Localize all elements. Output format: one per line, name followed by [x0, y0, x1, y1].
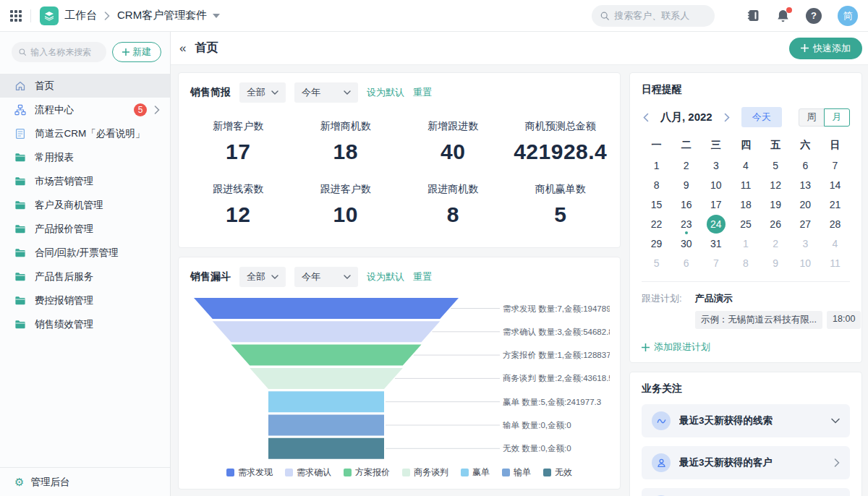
- funnel-scope-select[interactable]: 全部: [239, 267, 286, 287]
- calendar-day[interactable]: 26: [761, 214, 791, 234]
- calendar-day[interactable]: 18: [731, 194, 760, 214]
- sidebar-item[interactable]: 流程中心5: [0, 98, 170, 121]
- calendar-day[interactable]: 22: [642, 214, 671, 234]
- workspace-label[interactable]: 工作台: [64, 9, 97, 22]
- calendar-day[interactable]: 31: [701, 234, 731, 253]
- contacts-book-icon[interactable]: [746, 9, 760, 22]
- legend-item[interactable]: 需求发现: [226, 466, 273, 479]
- sidebar-item[interactable]: 费控报销管理: [0, 288, 170, 312]
- apps-grid-icon[interactable]: [10, 10, 22, 22]
- next-month-icon[interactable]: [723, 113, 731, 122]
- calendar-day[interactable]: 24: [701, 214, 731, 234]
- calendar-day[interactable]: 28: [820, 214, 850, 234]
- calendar-day[interactable]: 14: [820, 175, 850, 194]
- calendar-day[interactable]: 3: [701, 155, 731, 175]
- calendar-day[interactable]: 19: [761, 194, 791, 214]
- prev-month-icon[interactable]: [642, 113, 650, 122]
- legend-item[interactable]: 无效: [543, 466, 572, 479]
- month-view-toggle[interactable]: 月: [824, 108, 850, 127]
- follow-plan-title[interactable]: 产品演示: [695, 292, 850, 305]
- calendar-day[interactable]: 30: [671, 234, 701, 253]
- calendar-day[interactable]: 4: [820, 234, 850, 253]
- calendar-day[interactable]: 10: [701, 175, 731, 194]
- calendar-day[interactable]: 5: [761, 155, 791, 175]
- global-search[interactable]: [592, 5, 715, 27]
- notifications-bell-icon[interactable]: [776, 9, 790, 23]
- business-item[interactable]: 最近3天新获得的客户: [642, 446, 850, 479]
- business-item[interactable]: 正在跟进的商机9: [642, 488, 850, 496]
- app-logo-icon[interactable]: [40, 7, 59, 25]
- calendar-day[interactable]: 17: [701, 194, 731, 214]
- calendar-day[interactable]: 15: [642, 194, 671, 214]
- funnel-period-select[interactable]: 今年: [294, 267, 358, 287]
- help-icon[interactable]: ?: [806, 8, 822, 24]
- calendar-day[interactable]: 27: [791, 214, 820, 234]
- sidebar-item[interactable]: 销售绩效管理: [0, 312, 170, 336]
- funnel-segment[interactable]: [194, 298, 459, 319]
- collapse-sidebar-icon[interactable]: «: [174, 41, 192, 56]
- legend-item[interactable]: 商务谈判: [402, 466, 448, 479]
- brief-set-default-link[interactable]: 设为默认: [367, 86, 404, 99]
- calendar-day[interactable]: 12: [761, 175, 791, 194]
- legend-item[interactable]: 需求确认: [285, 466, 331, 479]
- calendar-day[interactable]: 10: [791, 253, 820, 273]
- calendar-day[interactable]: 7: [820, 155, 850, 175]
- calendar-day[interactable]: 2: [761, 234, 791, 253]
- sidebar-item[interactable]: 首页: [0, 74, 170, 98]
- calendar-day[interactable]: 13: [791, 175, 820, 194]
- funnel-set-default-link[interactable]: 设为默认: [367, 270, 404, 283]
- calendar-day[interactable]: 29: [642, 234, 671, 253]
- legend-item[interactable]: 赢单: [461, 466, 490, 479]
- chevron-right-icon[interactable]: [834, 458, 840, 467]
- brief-reset-link[interactable]: 重置: [413, 86, 432, 99]
- global-search-input[interactable]: [614, 10, 706, 21]
- add-follow-plan-button[interactable]: 添加跟进计划: [642, 341, 850, 354]
- sidebar-item[interactable]: 市场营销管理: [0, 169, 170, 193]
- calendar-day[interactable]: 8: [642, 175, 671, 194]
- calendar-day[interactable]: 9: [671, 175, 701, 194]
- calendar-day[interactable]: 7: [701, 253, 731, 273]
- calendar-day[interactable]: 2: [671, 155, 701, 175]
- chevron-right-icon[interactable]: [154, 106, 160, 114]
- sidebar-item[interactable]: 客户及商机管理: [0, 193, 170, 217]
- sidebar-item[interactable]: 产品售后服务: [0, 265, 170, 288]
- calendar-day[interactable]: 11: [731, 175, 760, 194]
- calendar-day[interactable]: 4: [731, 155, 760, 175]
- calendar-day[interactable]: 11: [820, 253, 850, 273]
- chevron-down-icon[interactable]: [831, 418, 840, 424]
- calendar-day[interactable]: 21: [820, 194, 850, 214]
- funnel-segment[interactable]: [268, 415, 384, 436]
- calendar-day[interactable]: 25: [731, 214, 760, 234]
- sidebar-item[interactable]: 产品报价管理: [0, 217, 170, 241]
- calendar-day[interactable]: 6: [791, 155, 820, 175]
- week-view-toggle[interactable]: 周: [799, 108, 825, 127]
- calendar-day[interactable]: 5: [642, 253, 671, 273]
- sidebar-item[interactable]: 合同/回款/开票管理: [0, 241, 170, 265]
- funnel-segment[interactable]: [213, 321, 441, 342]
- funnel-segment[interactable]: [268, 391, 384, 412]
- today-button[interactable]: 今天: [741, 107, 782, 127]
- calendar-day[interactable]: 23: [671, 214, 701, 234]
- breadcrumb[interactable]: CRM客户管理套件: [117, 9, 207, 22]
- sidebar-item[interactable]: 常用报表: [0, 145, 170, 169]
- calendar-day[interactable]: 20: [791, 194, 820, 214]
- funnel-reset-link[interactable]: 重置: [413, 270, 432, 283]
- calendar-day[interactable]: 8: [731, 253, 760, 273]
- selected-day[interactable]: 24: [707, 215, 726, 234]
- funnel-segment[interactable]: [231, 345, 422, 366]
- calendar-day[interactable]: 6: [671, 253, 701, 273]
- breadcrumb-caret-down-icon[interactable]: [213, 14, 220, 18]
- sidebar-item[interactable]: 简道云CRM「必看说明」: [0, 121, 170, 145]
- new-button[interactable]: 新建: [112, 42, 161, 62]
- funnel-segment[interactable]: [250, 368, 403, 389]
- brief-period-select[interactable]: 今年: [294, 82, 358, 103]
- calendar-day[interactable]: 1: [731, 234, 760, 253]
- legend-item[interactable]: 方案报价: [344, 466, 390, 479]
- brief-scope-select[interactable]: 全部: [239, 82, 286, 103]
- calendar-day[interactable]: 16: [671, 194, 701, 214]
- quick-add-button[interactable]: 快速添加: [789, 38, 862, 59]
- legend-item[interactable]: 输单: [502, 466, 531, 479]
- avatar[interactable]: 简: [838, 6, 858, 26]
- admin-console-button[interactable]: ⚙ 管理后台: [0, 467, 170, 496]
- calendar-day[interactable]: 1: [642, 155, 671, 175]
